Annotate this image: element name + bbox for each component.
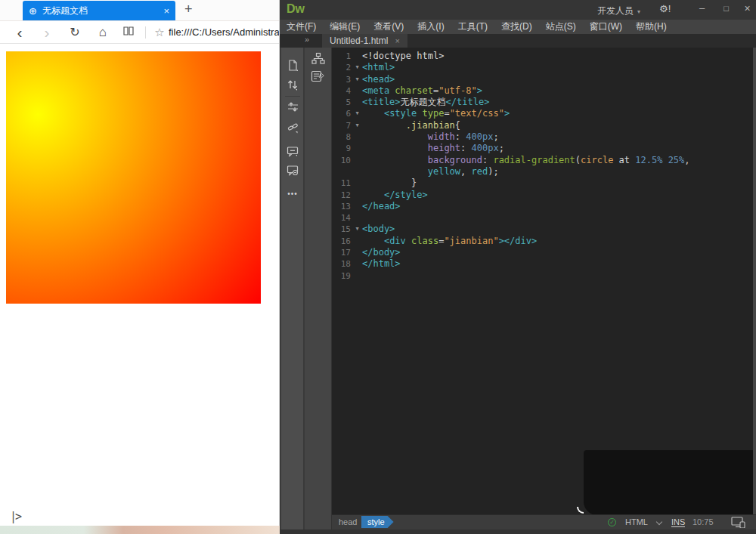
browser-tab-title: 无标题文档 <box>42 5 160 17</box>
code-line[interactable]: 8 width: 400px; <box>332 131 753 143</box>
workspace-label: 开发人员 <box>597 5 634 16</box>
tag-selector-style[interactable]: style <box>361 516 394 528</box>
browser-tab[interactable]: ⊕ 无标题文档 × <box>23 1 175 20</box>
menu-item-工具(T)[interactable]: 工具(T) <box>451 20 494 33</box>
dw-titlebar: Dw 开发人员▾ ⚙! – □ × <box>280 0 756 20</box>
tag-selector-head[interactable]: head <box>339 517 357 526</box>
cursor-position: 10:75 <box>692 517 714 526</box>
code-line[interactable]: 1<!doctype html> <box>332 51 753 62</box>
code-line[interactable]: 11 } <box>332 177 753 189</box>
maximize-button[interactable]: □ <box>714 0 738 17</box>
tab-close-icon[interactable]: × <box>163 5 169 17</box>
remove-comment-icon[interactable] <box>281 165 304 176</box>
doctype-selector[interactable]: HTML <box>625 517 648 526</box>
more-tools-icon[interactable]: ••• <box>281 190 304 198</box>
code-line[interactable]: 7▼ .jianbian{ <box>332 120 753 131</box>
code-line[interactable]: 12 </style> <box>332 190 753 201</box>
menu-item-站点(S)[interactable]: 站点(S) <box>539 20 583 33</box>
code-line[interactable]: 18</html> <box>332 258 753 270</box>
menu-item-编辑(E)[interactable]: 编辑(E) <box>323 20 367 33</box>
code-line[interactable]: 5<title>无标题文档</title> <box>332 97 753 108</box>
code-line[interactable]: 14 <box>332 212 753 224</box>
document-tab[interactable]: Untitled-1.html × <box>322 34 407 48</box>
code-line[interactable]: 17</body> <box>332 247 753 258</box>
toolbar-divider <box>145 26 146 39</box>
fold-arrow-icon[interactable]: ▼ <box>352 62 362 73</box>
format-source-icon[interactable] <box>281 102 304 113</box>
code-line[interactable]: 2▼<html> <box>332 62 753 73</box>
code-editor[interactable]: 1<!doctype html>2▼<html>3▼<head>4<meta c… <box>332 48 753 514</box>
fold-arrow-icon[interactable]: ▼ <box>352 120 362 131</box>
dw-tabbar: » Untitled-1.html × <box>280 34 756 48</box>
reload-icon[interactable]: ↻ <box>64 25 86 39</box>
code-line[interactable]: 4<meta charset="utf-8"> <box>332 85 753 97</box>
tab-overflow-icon[interactable]: » <box>305 35 309 44</box>
dom-panel-icon[interactable] <box>305 52 332 68</box>
desktop-wallpaper <box>0 526 280 534</box>
address-bar[interactable]: file:///C:/Users/Administrator/D <box>169 26 279 38</box>
code-line[interactable]: 3▼<head> <box>332 74 753 85</box>
code-line[interactable]: 6▼ <style type="text/css"> <box>332 108 753 119</box>
bottom-right-overlay <box>584 450 753 515</box>
browser-window: ⊕ 无标题文档 × + ‹ › ↻ ⌂ ☆ file:///C:/Users/A… <box>0 0 280 526</box>
close-button[interactable]: × <box>739 0 756 17</box>
menu-item-插入(I)[interactable]: 插入(I) <box>411 20 451 33</box>
menu-item-窗口(W)[interactable]: 窗口(W) <box>583 20 629 33</box>
code-lines: 1<!doctype html>2▼<html>3▼<head>4<meta c… <box>332 48 753 282</box>
browser-tabstrip: ⊕ 无标题文档 × + <box>0 0 279 20</box>
window-bottom-edge <box>280 529 756 534</box>
browser-viewport: |> <box>0 45 279 526</box>
fold-arrow-icon[interactable]: ▼ <box>352 224 362 235</box>
linting-links-icon[interactable] <box>281 122 304 134</box>
dw-statusbar: head style ✓ HTML INS 10:75 <box>332 514 756 529</box>
doctype-chevron-icon[interactable] <box>656 519 662 525</box>
code-line[interactable]: 19 <box>332 270 753 282</box>
code-line[interactable]: 9 height: 400px; <box>332 143 753 154</box>
menu-item-文件(F)[interactable]: 文件(F) <box>280 20 323 33</box>
browser-toolbar: ‹ › ↻ ⌂ ☆ file:///C:/Users/Administrator… <box>0 20 279 44</box>
fold-arrow-icon[interactable]: ▼ <box>352 74 362 85</box>
lint-ok-icon: ✓ <box>608 518 616 526</box>
menu-item-查看(V)[interactable]: 查看(V) <box>367 20 411 33</box>
sort-lines-icon[interactable] <box>281 79 304 91</box>
code-line[interactable]: 15▼<body> <box>332 224 753 235</box>
forward-icon: › <box>36 23 57 42</box>
window-edge <box>753 48 756 529</box>
gradient-div <box>6 51 261 304</box>
code-line[interactable]: 13</head> <box>332 201 753 212</box>
minimize-button[interactable]: – <box>690 0 714 17</box>
code-line[interactable]: 16 <div class="jianbian"></div> <box>332 236 753 247</box>
apply-comment-icon[interactable] <box>281 146 304 157</box>
new-tab-button[interactable]: + <box>184 2 193 17</box>
code-line[interactable]: yellow, red); <box>332 166 753 177</box>
menu-item-帮助(H)[interactable]: 帮助(H) <box>629 20 674 33</box>
workspace-switcher[interactable]: 开发人员▾ <box>597 5 640 17</box>
dreamweaver-window: Dw 开发人员▾ ⚙! – □ × 文件(F)编辑(E)查看(V)插入(I)工具… <box>280 0 756 534</box>
snippets-panel-icon[interactable] <box>305 70 332 86</box>
code-line[interactable]: 10 background: radial-gradient(circle at… <box>332 155 753 166</box>
sidebar-expand-icon[interactable]: |> <box>10 510 20 523</box>
menu-item-查找(D)[interactable]: 查找(D) <box>494 20 539 33</box>
fold-arrow-icon[interactable]: ▼ <box>352 108 362 119</box>
toolbar-divider <box>285 96 300 97</box>
dw-left-toolbar: ••• <box>281 48 304 529</box>
dw-logo: Dw <box>287 2 305 16</box>
document-tab-label: Untitled-1.html <box>330 35 388 46</box>
open-documents-icon[interactable] <box>281 60 304 72</box>
sync-settings-gear-icon[interactable]: ⚙! <box>659 3 671 14</box>
reading-list-icon[interactable] <box>118 26 139 39</box>
insert-mode-label[interactable]: INS <box>671 517 685 527</box>
home-icon[interactable]: ⌂ <box>92 25 113 40</box>
dw-menubar: 文件(F)编辑(E)查看(V)插入(I)工具(T)查找(D)站点(S)窗口(W)… <box>280 20 756 34</box>
chevron-down-icon: ▾ <box>637 8 640 15</box>
document-tab-close-icon[interactable]: × <box>395 36 399 45</box>
bookmark-star-icon[interactable]: ☆ <box>150 26 169 39</box>
globe-icon: ⊕ <box>29 5 37 17</box>
dw-panel-dock <box>305 48 332 529</box>
back-icon[interactable]: ‹ <box>9 23 30 42</box>
